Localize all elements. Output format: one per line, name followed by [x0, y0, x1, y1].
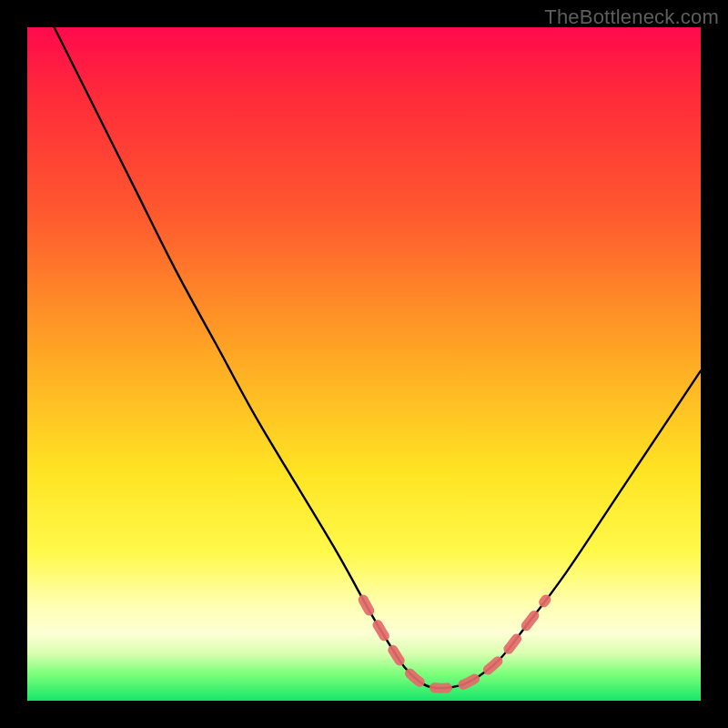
chart-frame: TheBottleneck.com: [0, 0, 728, 728]
highlight-segment: [363, 600, 546, 688]
bottleneck-curve: [55, 27, 701, 688]
curve-layer: [27, 27, 701, 701]
attribution-watermark: TheBottleneck.com: [544, 5, 719, 29]
plot-area: [27, 27, 701, 701]
